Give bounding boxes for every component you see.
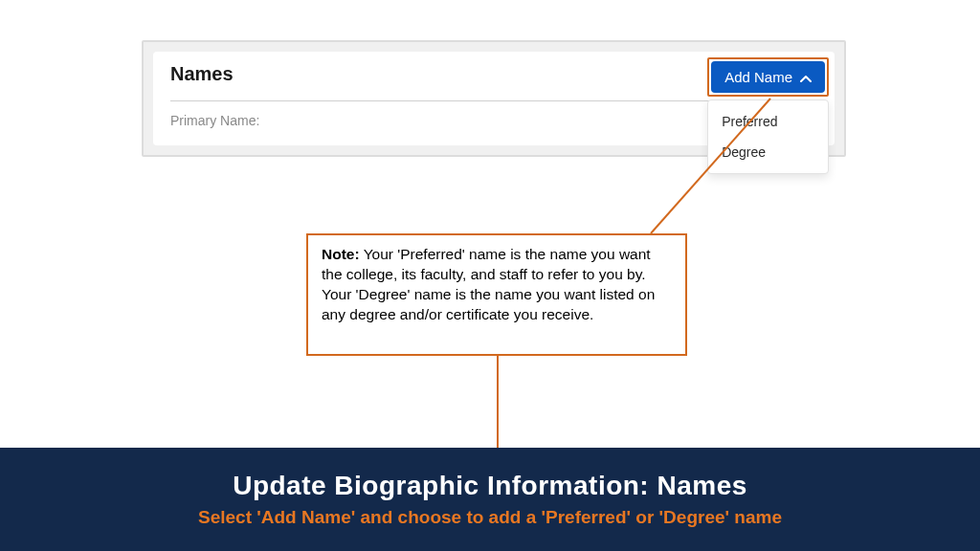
names-card: Names Primary Name: Add Name Preferred D…: [153, 52, 835, 145]
add-name-button[interactable]: Add Name: [711, 61, 825, 93]
add-name-button-area: Add Name Preferred Degree: [707, 57, 829, 97]
add-name-button-label: Add Name: [724, 69, 792, 85]
note-text: Your 'Preferred' name is the name you wa…: [322, 246, 655, 322]
note-label: Note:: [322, 246, 360, 262]
banner-subtitle: Select 'Add Name' and choose to add a 'P…: [198, 507, 782, 528]
slide-banner: Update Biographic Information: Names Sel…: [0, 448, 980, 551]
note-callout: Note: Your 'Preferred' name is the name …: [306, 233, 687, 356]
chevron-up-icon: [800, 69, 812, 85]
banner-title: Update Biographic Information: Names: [233, 471, 747, 501]
dropdown-option-degree[interactable]: Degree: [708, 137, 828, 167]
add-name-dropdown: Preferred Degree: [707, 99, 829, 174]
highlight-box-button: Add Name: [707, 57, 829, 97]
dropdown-option-preferred[interactable]: Preferred: [708, 106, 828, 137]
names-panel-outer: Names Primary Name: Add Name Preferred D…: [142, 40, 846, 157]
